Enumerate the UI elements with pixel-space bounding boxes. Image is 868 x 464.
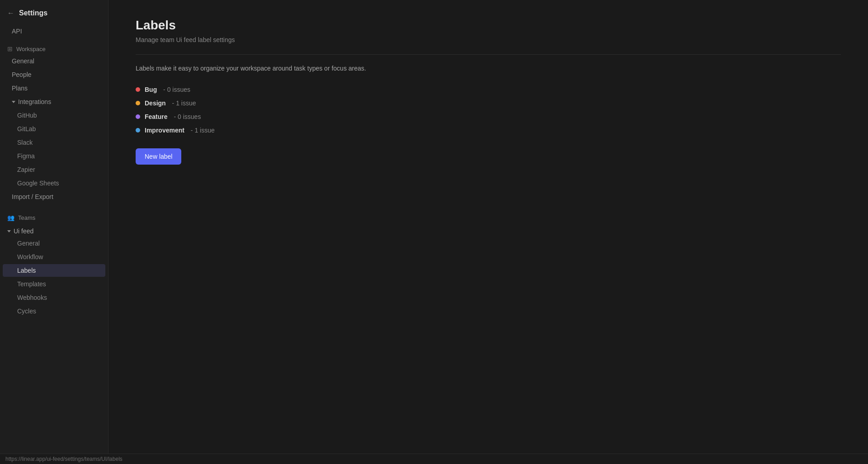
settings-title: Settings xyxy=(19,9,47,17)
sidebar-item-integrations[interactable]: Integrations xyxy=(3,95,105,108)
label-item-improvement: Improvement - 1 issue xyxy=(136,127,841,134)
teams-section-header: 👥 Teams xyxy=(0,211,108,223)
label-dot-feature xyxy=(136,114,140,119)
sidebar-item-google-sheets[interactable]: Google Sheets xyxy=(3,177,105,189)
sidebar-item-team-labels[interactable]: Labels xyxy=(3,264,105,277)
sidebar-item-plans[interactable]: Plans xyxy=(3,82,105,95)
sidebar-item-team-general[interactable]: General xyxy=(3,237,105,250)
sidebar-item-import-export[interactable]: Import / Export xyxy=(3,190,105,203)
status-url: https://linear.app/ui-feed/settings/team… xyxy=(5,456,123,462)
page-subtitle: Manage team Ui feed label settings xyxy=(136,36,841,43)
team-chevron-icon xyxy=(7,230,11,232)
labels-list: Bug - 0 issues Design - 1 issue Feature … xyxy=(136,86,841,134)
chevron-down-icon xyxy=(12,101,15,103)
team-uifeed-header[interactable]: Ui feed xyxy=(0,225,108,237)
label-item-feature: Feature - 0 issues xyxy=(136,113,841,120)
label-name-bug: Bug xyxy=(145,86,157,93)
label-count-improvement: - 1 issue xyxy=(189,127,215,134)
workspace-section-label: Workspace xyxy=(16,46,46,52)
main-content: Labels Manage team Ui feed label setting… xyxy=(108,0,868,464)
label-count-design: - 1 issue xyxy=(170,99,196,107)
label-dot-design xyxy=(136,101,140,105)
label-name-design: Design xyxy=(145,99,166,107)
workspace-section-header: ⊞ Workspace xyxy=(0,42,108,54)
section-divider xyxy=(136,54,841,55)
label-dot-bug xyxy=(136,87,140,92)
new-label-button[interactable]: New label xyxy=(136,148,181,165)
sidebar-item-team-webhooks[interactable]: Webhooks xyxy=(3,291,105,304)
sidebar-header: ← Settings xyxy=(0,5,108,24)
back-button[interactable]: ← xyxy=(7,9,14,17)
workspace-icon: ⊞ xyxy=(7,45,13,52)
label-dot-improvement xyxy=(136,128,140,133)
sidebar-item-general[interactable]: General xyxy=(3,55,105,67)
label-name-feature: Feature xyxy=(145,113,168,120)
sidebar-item-team-workflow[interactable]: Workflow xyxy=(3,251,105,263)
label-item-design: Design - 1 issue xyxy=(136,99,841,107)
team-name: Ui feed xyxy=(14,227,33,235)
labels-description: Labels make it easy to organize your wor… xyxy=(136,64,841,73)
label-count-feature: - 0 issues xyxy=(172,113,201,120)
sidebar-item-api[interactable]: API xyxy=(3,25,105,38)
sidebar: ← Settings API ⊞ Workspace General Peopl… xyxy=(0,0,108,464)
sidebar-item-people[interactable]: People xyxy=(3,68,105,81)
sidebar-item-zapier[interactable]: Zapier xyxy=(3,163,105,176)
label-item-bug: Bug - 0 issues xyxy=(136,86,841,93)
status-bar: https://linear.app/ui-feed/settings/team… xyxy=(0,454,868,464)
sidebar-item-team-templates[interactable]: Templates xyxy=(3,278,105,290)
sidebar-item-gitlab[interactable]: GitLab xyxy=(3,123,105,135)
sidebar-item-team-cycles[interactable]: Cycles xyxy=(3,305,105,317)
teams-section-label: Teams xyxy=(18,214,35,221)
page-title: Labels xyxy=(136,18,841,33)
label-name-improvement: Improvement xyxy=(145,127,184,134)
sidebar-item-slack[interactable]: Slack xyxy=(3,136,105,149)
label-count-bug: - 0 issues xyxy=(161,86,190,93)
teams-icon: 👥 xyxy=(7,214,14,221)
sidebar-item-figma[interactable]: Figma xyxy=(3,150,105,162)
sidebar-item-github[interactable]: GitHub xyxy=(3,109,105,122)
